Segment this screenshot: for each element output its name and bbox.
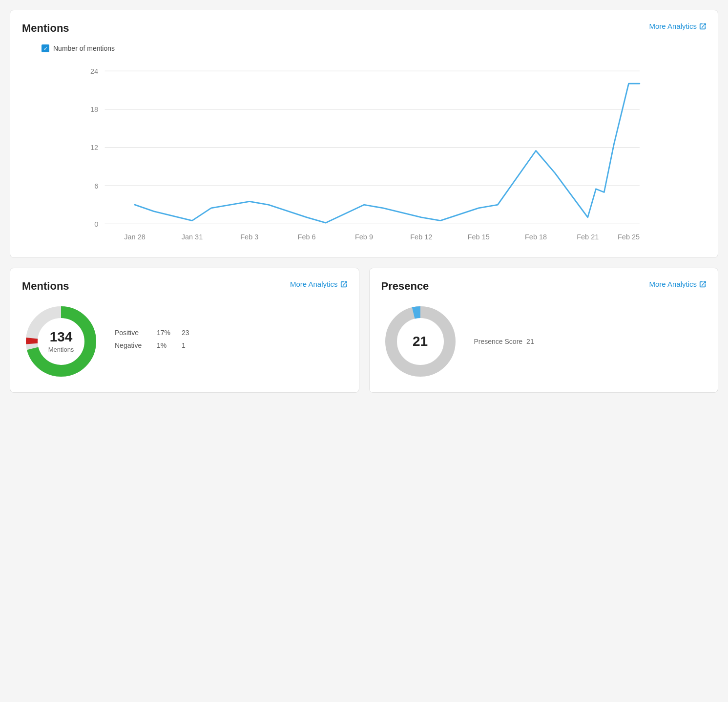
mentions-donut-title: Mentions	[22, 280, 69, 293]
positive-label: Positive	[115, 329, 149, 337]
svg-text:Feb 25: Feb 25	[618, 233, 640, 241]
line-chart-svg: 0 6 12 18 24 Jan 28 Jan 31 Feb 3 Feb 6 F…	[22, 60, 706, 246]
negative-label: Negative	[115, 341, 149, 349]
mentions-chart-title: Mentions	[22, 22, 69, 35]
svg-text:Feb 9: Feb 9	[355, 233, 373, 241]
negative-value: 1	[182, 341, 186, 349]
more-analytics-link-mentions[interactable]: More Analytics	[290, 280, 347, 288]
svg-text:Feb 12: Feb 12	[410, 233, 432, 241]
positive-value: 23	[182, 329, 189, 337]
stats-row-positive: Positive 17% 23	[115, 329, 189, 337]
presence-donut-wrapper: 21	[381, 302, 459, 381]
mentions-chart-card: Mentions More Analytics Number of mentio…	[10, 10, 718, 258]
more-analytics-label-mentions: More Analytics	[290, 280, 338, 288]
mentions-donut-card: Mentions More Analytics 134 Menti	[10, 268, 359, 393]
svg-text:Feb 15: Feb 15	[468, 233, 490, 241]
mentions-line	[135, 84, 640, 223]
external-link-icon-mentions	[340, 281, 347, 288]
svg-text:18: 18	[90, 106, 98, 113]
presence-donut-center: 21	[413, 334, 428, 349]
bottom-section: Mentions More Analytics 134 Menti	[10, 268, 718, 393]
svg-text:Feb 18: Feb 18	[525, 233, 547, 241]
external-link-icon-presence	[699, 281, 706, 288]
presence-score-value: 21	[526, 338, 534, 345]
svg-text:Feb 3: Feb 3	[240, 233, 258, 241]
more-analytics-label-presence: More Analytics	[649, 280, 697, 288]
stats-row-negative: Negative 1% 1	[115, 341, 189, 349]
svg-text:Feb 6: Feb 6	[298, 233, 316, 241]
svg-text:6: 6	[94, 182, 98, 190]
more-analytics-link-top[interactable]: More Analytics	[649, 22, 706, 30]
presence-score-label: Presence Score	[474, 338, 523, 345]
svg-text:12: 12	[90, 144, 98, 151]
mentions-donut-section: 134 Mentions Positive 17% 23 Negative 1%…	[22, 302, 347, 381]
svg-text:Feb 21: Feb 21	[577, 233, 599, 241]
svg-text:Jan 31: Jan 31	[182, 233, 203, 241]
negative-percent: 1%	[157, 341, 174, 349]
mentions-stats-table: Positive 17% 23 Negative 1% 1	[115, 329, 189, 354]
mentions-donut-label: Mentions	[48, 346, 74, 353]
external-link-icon-top	[699, 23, 706, 30]
presence-total: 21	[413, 334, 428, 349]
positive-percent: 17%	[157, 329, 174, 337]
svg-text:Jan 28: Jan 28	[124, 233, 146, 241]
more-analytics-link-presence[interactable]: More Analytics	[649, 280, 706, 288]
presence-donut-header: Presence More Analytics	[381, 280, 707, 293]
legend-label: Number of mentions	[53, 44, 115, 52]
mentions-total: 134	[48, 329, 74, 345]
mentions-donut-header: Mentions More Analytics	[22, 280, 347, 293]
presence-stats: Presence Score 21	[474, 338, 534, 345]
mentions-line-chart: 0 6 12 18 24 Jan 28 Jan 31 Feb 3 Feb 6 F…	[22, 60, 706, 246]
svg-text:24: 24	[90, 67, 98, 75]
legend-checkbox[interactable]	[42, 44, 49, 52]
mentions-donut-center: 134 Mentions	[48, 329, 74, 354]
presence-donut-section: 21 Presence Score 21	[381, 302, 707, 381]
presence-donut-card: Presence More Analytics 21	[369, 268, 719, 393]
presence-score-row: Presence Score 21	[474, 338, 534, 345]
more-analytics-label-top: More Analytics	[649, 22, 697, 30]
mentions-chart-header: Mentions More Analytics	[22, 22, 706, 35]
mentions-donut-wrapper: 134 Mentions	[22, 302, 100, 381]
svg-text:0: 0	[94, 220, 98, 228]
presence-donut-title: Presence	[381, 280, 429, 293]
chart-legend: Number of mentions	[42, 44, 706, 52]
